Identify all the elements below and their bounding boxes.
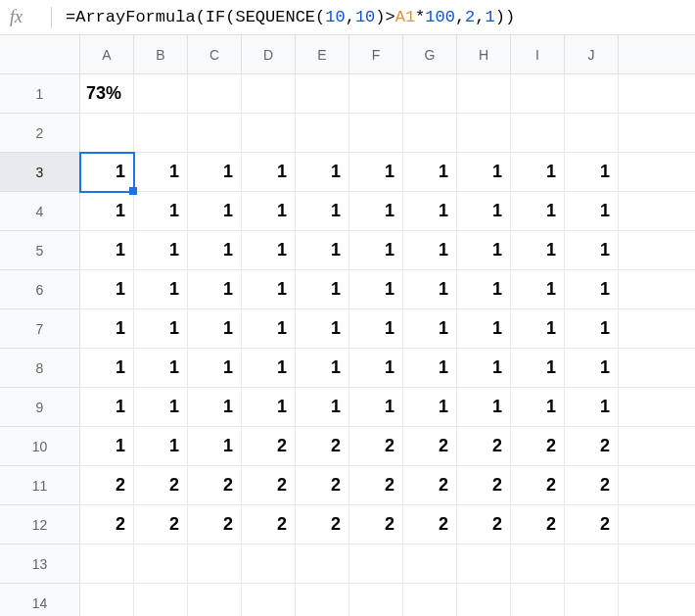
row-header-7[interactable]: 7 [0, 309, 80, 349]
cell-H11[interactable]: 2 [457, 466, 511, 505]
cell-A3[interactable]: 1 [80, 153, 134, 192]
cell-B2[interactable] [134, 114, 188, 153]
cell-extra-row7[interactable] [619, 309, 695, 349]
cell-F8[interactable]: 1 [349, 349, 403, 388]
cell-extra-row13[interactable] [619, 545, 695, 584]
cell-H2[interactable] [457, 114, 511, 153]
cell-I12[interactable]: 2 [511, 505, 565, 545]
cell-A13[interactable] [80, 545, 134, 584]
cell-F5[interactable]: 1 [349, 231, 403, 270]
cell-B4[interactable]: 1 [134, 192, 188, 231]
column-header-A[interactable]: A [80, 35, 134, 74]
cell-G2[interactable] [403, 114, 457, 153]
cell-D6[interactable]: 1 [242, 270, 296, 309]
cell-J1[interactable] [565, 74, 619, 114]
row-header-11[interactable]: 11 [0, 466, 80, 505]
cell-A2[interactable] [80, 114, 134, 153]
cell-A7[interactable]: 1 [80, 309, 134, 349]
row-header-2[interactable]: 2 [0, 114, 80, 153]
cell-extra-row9[interactable] [619, 388, 695, 427]
cell-I9[interactable]: 1 [511, 388, 565, 427]
cell-E1[interactable] [296, 74, 349, 114]
cell-I5[interactable]: 1 [511, 231, 565, 270]
cell-extra-row3[interactable] [619, 153, 695, 192]
row-header-3[interactable]: 3 [0, 153, 80, 192]
cell-E2[interactable] [296, 114, 349, 153]
cell-J9[interactable]: 1 [565, 388, 619, 427]
cell-H10[interactable]: 2 [457, 427, 511, 466]
cell-E14[interactable] [296, 584, 349, 616]
cell-E13[interactable] [296, 545, 349, 584]
cell-C10[interactable]: 1 [188, 427, 242, 466]
cell-F10[interactable]: 2 [349, 427, 403, 466]
cell-C9[interactable]: 1 [188, 388, 242, 427]
cell-B9[interactable]: 1 [134, 388, 188, 427]
cell-G11[interactable]: 2 [403, 466, 457, 505]
cell-C1[interactable] [188, 74, 242, 114]
column-header-I[interactable]: I [511, 35, 565, 74]
cell-A4[interactable]: 1 [80, 192, 134, 231]
cell-E5[interactable]: 1 [296, 231, 349, 270]
row-header-14[interactable]: 14 [0, 584, 80, 616]
cell-J5[interactable]: 1 [565, 231, 619, 270]
row-header-1[interactable]: 1 [0, 74, 80, 114]
cell-F7[interactable]: 1 [349, 309, 403, 349]
cell-A1[interactable]: 73% [80, 74, 134, 114]
select-all-corner[interactable] [0, 35, 80, 74]
cell-I6[interactable]: 1 [511, 270, 565, 309]
cell-H9[interactable]: 1 [457, 388, 511, 427]
cell-I4[interactable]: 1 [511, 192, 565, 231]
column-header-C[interactable]: C [188, 35, 242, 74]
cell-D10[interactable]: 2 [242, 427, 296, 466]
cell-extra-row5[interactable] [619, 231, 695, 270]
cell-G9[interactable]: 1 [403, 388, 457, 427]
cell-H5[interactable]: 1 [457, 231, 511, 270]
column-header-B[interactable]: B [134, 35, 188, 74]
cell-B14[interactable] [134, 584, 188, 616]
cell-extra-row10[interactable] [619, 427, 695, 466]
cell-C3[interactable]: 1 [188, 153, 242, 192]
cell-J2[interactable] [565, 114, 619, 153]
cell-I3[interactable]: 1 [511, 153, 565, 192]
column-header-E[interactable]: E [296, 35, 349, 74]
row-header-10[interactable]: 10 [0, 427, 80, 466]
cell-extra-row6[interactable] [619, 270, 695, 309]
cell-G10[interactable]: 2 [403, 427, 457, 466]
cell-D8[interactable]: 1 [242, 349, 296, 388]
cell-B11[interactable]: 2 [134, 466, 188, 505]
cell-G6[interactable]: 1 [403, 270, 457, 309]
cell-H4[interactable]: 1 [457, 192, 511, 231]
row-header-13[interactable]: 13 [0, 545, 80, 584]
cell-J12[interactable]: 2 [565, 505, 619, 545]
cell-C13[interactable] [188, 545, 242, 584]
cell-D5[interactable]: 1 [242, 231, 296, 270]
column-header-J[interactable]: J [565, 35, 619, 74]
cell-B8[interactable]: 1 [134, 349, 188, 388]
cell-E10[interactable]: 2 [296, 427, 349, 466]
cell-F6[interactable]: 1 [349, 270, 403, 309]
cell-E3[interactable]: 1 [296, 153, 349, 192]
selection-handle[interactable] [129, 187, 137, 195]
cell-A10[interactable]: 1 [80, 427, 134, 466]
cell-H6[interactable]: 1 [457, 270, 511, 309]
cell-J4[interactable]: 1 [565, 192, 619, 231]
cell-B1[interactable] [134, 74, 188, 114]
cell-extra-row11[interactable] [619, 466, 695, 505]
cell-E6[interactable]: 1 [296, 270, 349, 309]
cell-D3[interactable]: 1 [242, 153, 296, 192]
column-header-H[interactable]: H [457, 35, 511, 74]
cell-H7[interactable]: 1 [457, 309, 511, 349]
cell-A8[interactable]: 1 [80, 349, 134, 388]
cell-extra-row4[interactable] [619, 192, 695, 231]
cell-D12[interactable]: 2 [242, 505, 296, 545]
cell-G7[interactable]: 1 [403, 309, 457, 349]
cell-G12[interactable]: 2 [403, 505, 457, 545]
cell-E8[interactable]: 1 [296, 349, 349, 388]
cell-E4[interactable]: 1 [296, 192, 349, 231]
cell-A9[interactable]: 1 [80, 388, 134, 427]
cell-C4[interactable]: 1 [188, 192, 242, 231]
cell-F12[interactable]: 2 [349, 505, 403, 545]
column-header-F[interactable]: F [349, 35, 403, 74]
cell-A6[interactable]: 1 [80, 270, 134, 309]
cell-C5[interactable]: 1 [188, 231, 242, 270]
